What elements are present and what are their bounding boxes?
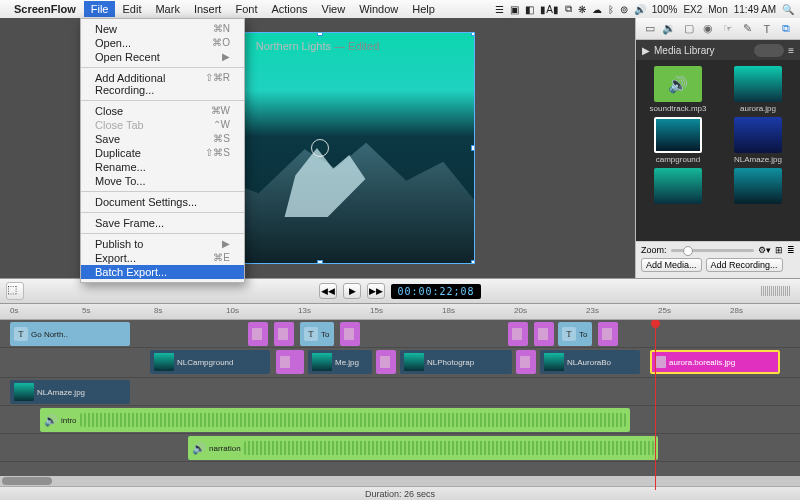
tab-audio-icon[interactable]: 🔉 [662,22,676,36]
search-input[interactable] [754,44,784,57]
resize-handle[interactable] [471,32,475,36]
file-menu-item[interactable]: Close⌘W [81,104,244,118]
menu-file[interactable]: File [84,1,116,17]
file-menu-item[interactable]: Export...⌘E [81,251,244,265]
resize-handle[interactable] [317,260,323,264]
tab-touch-icon[interactable]: ☞ [721,22,735,36]
track-row[interactable]: NLAmaze.jpg [0,378,800,406]
tab-annot-icon[interactable]: ✎ [740,22,754,36]
media-library-item[interactable]: NLAmaze.jpg [722,117,794,164]
timeline-clip[interactable] [598,322,618,346]
horizontal-scrollbar[interactable] [0,476,800,486]
media-library-item[interactable] [642,168,714,206]
menu-edit[interactable]: Edit [115,1,148,17]
cloud-icon[interactable]: ☁ [592,4,602,15]
battery-pct[interactable]: 100% [652,4,678,15]
timeline-origin-button[interactable]: ⬚ [6,282,24,300]
spotlight-icon[interactable]: 🔍 [782,4,794,15]
tab-video-icon[interactable]: ▭ [643,22,657,36]
clock-time[interactable]: 11:49 AM [734,4,776,15]
file-menu-item[interactable]: Document Settings... [81,195,244,209]
timeline-clip[interactable]: 🔊intro [40,408,630,432]
menu-view[interactable]: View [315,1,353,17]
menu-help[interactable]: Help [405,1,442,17]
resize-handle[interactable] [471,145,475,151]
clock-day[interactable]: Mon [708,4,727,15]
media-library-item[interactable]: 🔊soundtrack.mp3 [642,66,714,113]
timeline-clip[interactable] [516,350,536,374]
menu-actions[interactable]: Actions [264,1,314,17]
tab-callout-icon[interactable]: ◉ [701,22,715,36]
menu-extra-icon[interactable]: ▣ [510,4,519,15]
timeline-clip[interactable] [340,322,360,346]
timeline-zoom-scrubber[interactable] [761,286,790,296]
adobe-icon[interactable]: ▮A▮ [540,4,559,15]
timeline-clip[interactable]: 🔊narration [188,436,658,460]
dropbox-icon[interactable]: ⧉ [565,3,572,15]
timeline-clip[interactable]: TTo [300,322,334,346]
menu-extra-icon[interactable]: ☰ [495,4,504,15]
menu-font[interactable]: Font [228,1,264,17]
playhead[interactable] [655,320,656,490]
timeline-clip[interactable]: NLPhotograp [400,350,512,374]
volume-icon[interactable]: 🔊 [634,4,646,15]
resize-handle[interactable] [317,32,323,36]
timeline-clip[interactable]: TGo North.. [10,322,130,346]
timeline-clip[interactable]: NLAmaze.jpg [10,380,130,404]
file-menu-item[interactable]: Batch Export... [81,265,244,279]
disclosure-icon[interactable]: ▶ [642,45,650,56]
timeline-clip[interactable]: aurora.borealis.jpg [650,350,780,374]
file-menu-item[interactable]: Save Frame... [81,216,244,230]
list-view-icon[interactable]: ≣ [787,245,795,255]
resize-handle[interactable] [471,260,475,264]
file-menu-item[interactable]: Publish to▶ [81,237,244,251]
timeline-clip[interactable] [534,322,554,346]
media-library-item[interactable]: aurora.jpg [722,66,794,113]
file-menu-item[interactable]: Move To... [81,174,244,188]
tab-screen-icon[interactable]: ▢ [682,22,696,36]
menu-extra-icon[interactable]: ◧ [525,4,534,15]
rewind-button[interactable]: ◀◀ [319,283,337,299]
tab-text-icon[interactable]: T [760,22,774,36]
menu-mark[interactable]: Mark [148,1,186,17]
list-view-icon[interactable]: ≡ [788,45,794,56]
menu-insert[interactable]: Insert [187,1,229,17]
rotation-handle-icon[interactable] [311,139,329,157]
forward-button[interactable]: ▶▶ [367,283,385,299]
play-button[interactable]: ▶ [343,283,361,299]
track-row[interactable]: TGo North..TToTTo [0,320,800,348]
file-menu-item[interactable]: Add Additional Recording...⇧⌘R [81,71,244,97]
grid-view-icon[interactable]: ⊞ [775,245,783,255]
file-menu-item[interactable]: Save⌘S [81,132,244,146]
timeline-ruler[interactable]: 0s5s8s10s13s15s18s20s23s25s28s [0,304,800,320]
timeline-clip[interactable]: Me.jpg [308,350,372,374]
menu-window[interactable]: Window [352,1,405,17]
media-library-item[interactable]: campground [642,117,714,164]
track-row[interactable]: NLCampgroundMe.jpgNLPhotograpNLAuroraBoa… [0,348,800,378]
add-recording-button[interactable]: Add Recording... [706,258,783,272]
timeline-clip[interactable] [274,322,294,346]
app-name[interactable]: ScreenFlow [14,3,76,15]
add-media-button[interactable]: Add Media... [641,258,702,272]
track-row[interactable]: 🔊intro [0,406,800,434]
gear-icon[interactable]: ⚙▾ [758,245,771,255]
timeline-clip[interactable]: NLAuroraBo [540,350,640,374]
media-library-item[interactable] [722,168,794,206]
file-menu-item[interactable]: Open...⌘O [81,36,244,50]
wifi-icon[interactable]: ⊚ [620,4,628,15]
file-menu-item[interactable]: New⌘N [81,22,244,36]
timeline-clip[interactable]: NLCampground [150,350,270,374]
track-row[interactable]: 🔊narration [0,434,800,462]
file-menu-item[interactable]: Open Recent▶ [81,50,244,64]
timeline-clip[interactable] [248,322,268,346]
file-menu-item[interactable]: Duplicate⇧⌘S [81,146,244,160]
timecode-display[interactable]: 00:00:22;08 [391,284,480,299]
evernote-icon[interactable]: ❋ [578,4,586,15]
timeline-clip[interactable]: TTo [558,322,592,346]
zoom-slider[interactable] [671,249,754,252]
timeline-clip[interactable] [508,322,528,346]
timeline-clip[interactable] [376,350,396,374]
timeline-clip[interactable] [276,350,304,374]
file-menu-item[interactable]: Rename... [81,160,244,174]
bluetooth-icon[interactable]: ᛒ [608,4,614,15]
